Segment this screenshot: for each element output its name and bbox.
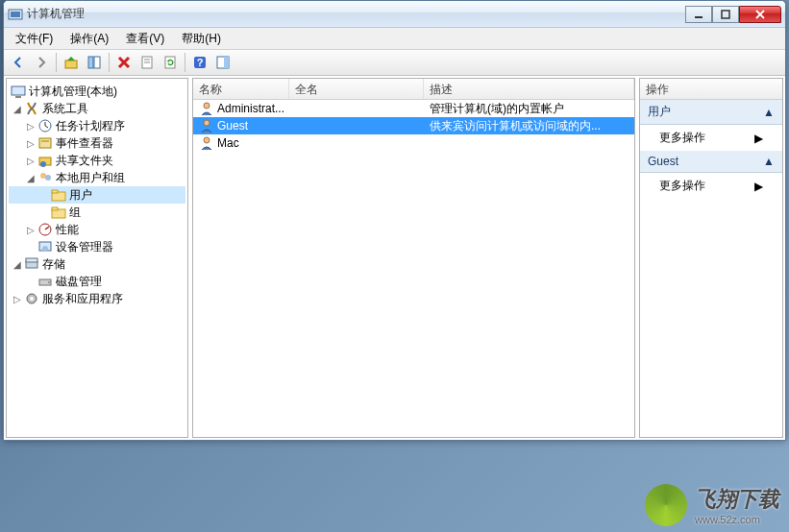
svg-point-39 — [204, 137, 210, 143]
menu-view[interactable]: 查看(V) — [118, 29, 172, 49]
event-icon — [37, 135, 53, 151]
expand-icon[interactable]: ▷ — [24, 225, 37, 235]
show-hide-tree-button[interactable] — [84, 52, 105, 73]
tree-root[interactable]: 计算机管理(本地) — [9, 83, 185, 100]
tree-local-users-groups[interactable]: ◢ 本地用户和组 — [9, 169, 185, 186]
svg-point-34 — [48, 281, 50, 283]
menu-action[interactable]: 操作(A) — [62, 29, 116, 49]
user-row[interactable]: Mac — [193, 134, 634, 152]
properties-button[interactable] — [136, 52, 158, 73]
watermark: 飞翔下载 www.52z.com — [645, 484, 779, 526]
leaf-logo-icon — [645, 484, 687, 526]
user-row[interactable]: Guest供来宾访问计算机或访问域的内... — [193, 117, 634, 134]
tree-event-viewer[interactable]: ▷ 事件查看器 — [9, 134, 185, 152]
action-section-guest[interactable]: Guest ▲ — [640, 151, 782, 173]
collapse-icon[interactable]: ◢ — [11, 259, 24, 270]
menubar: 文件(F) 操作(A) 查看(V) 帮助(H) — [4, 28, 785, 49]
navigation-tree: 计算机管理(本地) ◢ 系统工具 ▷ 任务计划程序 ▷ 事件查看器 — [7, 79, 187, 437]
tree-task-scheduler[interactable]: ▷ 任务计划程序 — [9, 117, 185, 134]
collapse-icon[interactable]: ◢ — [11, 104, 24, 114]
svg-rect-16 — [15, 96, 21, 98]
svg-point-23 — [45, 175, 51, 181]
svg-rect-32 — [26, 258, 37, 262]
services-icon — [24, 291, 39, 306]
tree-services-apps[interactable]: ▷ 服务和应用程序 — [9, 290, 185, 307]
user-description: 供来宾访问计算机或访问域的内... — [424, 118, 634, 134]
watermark-brand: 飞翔下载 — [695, 487, 779, 511]
submenu-arrow-icon: ▶ — [754, 132, 763, 145]
device-icon — [37, 239, 53, 254]
expand-icon[interactable]: ▷ — [24, 138, 37, 149]
list-body[interactable]: Administrat...管理计算机(域)的内置帐户Guest供来宾访问计算机… — [193, 100, 634, 437]
computer-management-window: 计算机管理 文件(F) 操作(A) 查看(V) 帮助(H) ? — [3, 0, 786, 441]
up-button[interactable] — [61, 52, 82, 73]
content-area: 计算机管理(本地) ◢ 系统工具 ▷ 任务计划程序 ▷ 事件查看器 — [4, 76, 785, 440]
help-button[interactable]: ? — [189, 52, 210, 73]
user-row[interactable]: Administrat...管理计算机(域)的内置帐户 — [193, 100, 634, 117]
tree-pane: 计算机管理(本地) ◢ 系统工具 ▷ 任务计划程序 ▷ 事件查看器 — [6, 78, 188, 438]
tree-groups[interactable]: 组 — [9, 204, 185, 221]
delete-button[interactable] — [113, 52, 135, 73]
action-section-users[interactable]: 用户 ▲ — [640, 100, 782, 125]
shared-folder-icon — [37, 153, 53, 168]
user-name: Mac — [217, 136, 239, 150]
user-name: Administrat... — [217, 102, 284, 115]
tree-users[interactable]: 用户 — [9, 186, 185, 204]
action-more-guest[interactable]: 更多操作 ▶ — [640, 173, 782, 199]
user-icon — [199, 101, 214, 116]
back-button[interactable] — [8, 52, 29, 73]
show-hide-action-button[interactable] — [212, 52, 234, 73]
expand-icon[interactable]: ▷ — [24, 121, 37, 132]
svg-rect-3 — [722, 11, 729, 18]
svg-rect-15 — [12, 86, 25, 95]
disk-icon — [37, 274, 53, 289]
actions-pane: 操作 用户 ▲ 更多操作 ▶ Guest ▲ 更多操作 ▶ — [639, 78, 783, 438]
forward-button[interactable] — [31, 52, 52, 73]
minimize-button[interactable] — [685, 6, 712, 23]
svg-rect-6 — [94, 57, 100, 68]
column-name[interactable]: 名称 — [193, 79, 289, 99]
list-header: 名称 全名 描述 — [193, 79, 634, 100]
action-more-users[interactable]: 更多操作 ▶ — [640, 125, 782, 151]
collapse-icon: ▲ — [763, 155, 775, 168]
menu-file[interactable]: 文件(F) — [8, 29, 61, 49]
toolbar: ? — [4, 49, 785, 76]
tree-device-manager[interactable]: 设备管理器 — [9, 238, 185, 255]
menu-help[interactable]: 帮助(H) — [174, 29, 229, 49]
user-name: Guest — [217, 119, 248, 133]
user-icon — [199, 135, 214, 151]
svg-point-21 — [40, 161, 46, 167]
svg-text:?: ? — [197, 57, 204, 68]
expand-icon[interactable]: ▷ — [24, 156, 37, 166]
tree-shared-folders[interactable]: ▷ 共享文件夹 — [9, 152, 185, 169]
collapse-icon[interactable]: ◢ — [24, 173, 37, 183]
app-icon — [8, 7, 23, 22]
svg-rect-4 — [65, 60, 77, 68]
user-description: 管理计算机(域)的内置帐户 — [424, 101, 634, 117]
tree-performance[interactable]: ▷ 性能 — [9, 221, 185, 238]
svg-rect-2 — [695, 16, 703, 18]
svg-point-36 — [30, 297, 34, 301]
user-icon — [199, 118, 214, 133]
refresh-button[interactable] — [160, 52, 181, 73]
column-fullname[interactable]: 全名 — [289, 79, 424, 99]
svg-point-30 — [42, 246, 48, 252]
svg-rect-5 — [88, 57, 93, 68]
column-description[interactable]: 描述 — [424, 79, 634, 99]
performance-icon — [37, 222, 53, 237]
svg-point-37 — [204, 103, 210, 109]
tree-system-tools[interactable]: ◢ 系统工具 — [9, 100, 185, 117]
svg-rect-18 — [39, 138, 51, 148]
clock-icon — [37, 118, 53, 133]
computer-icon — [11, 84, 26, 99]
tree-storage[interactable]: ◢ 存储 — [9, 255, 185, 273]
maximize-button[interactable] — [712, 6, 739, 23]
tree-disk-management[interactable]: 磁盘管理 — [9, 273, 185, 290]
svg-rect-14 — [224, 57, 229, 68]
titlebar[interactable]: 计算机管理 — [4, 1, 785, 28]
svg-point-38 — [204, 120, 210, 126]
storage-icon — [24, 256, 39, 272]
close-button[interactable] — [739, 6, 781, 23]
expand-icon[interactable]: ▷ — [11, 294, 24, 304]
window-title: 计算机管理 — [27, 6, 85, 22]
